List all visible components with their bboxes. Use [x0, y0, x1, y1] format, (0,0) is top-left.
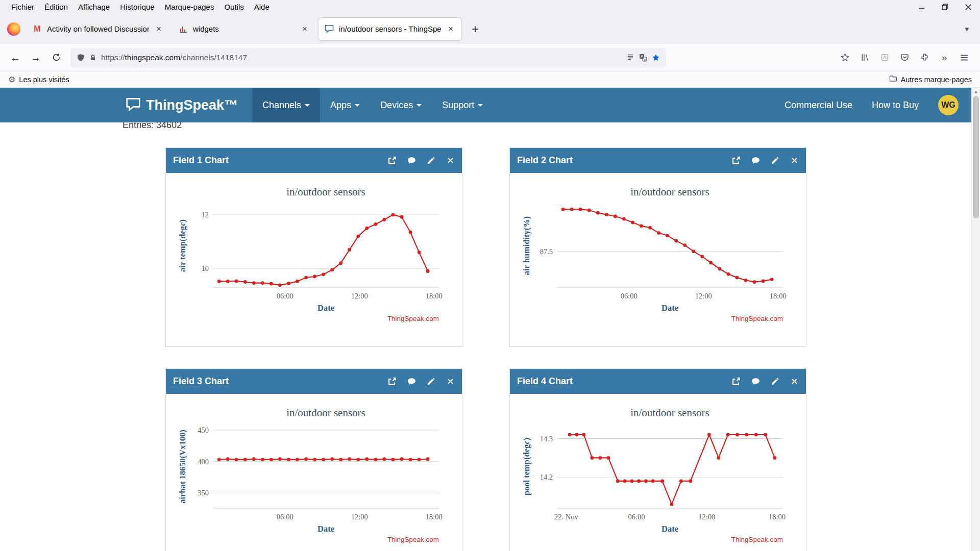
- close-icon[interactable]: [790, 156, 799, 165]
- menu-edition[interactable]: Édition: [39, 3, 73, 11]
- menu-fichier[interactable]: Fichier: [6, 3, 39, 11]
- svg-text:18:00: 18:00: [426, 292, 443, 300]
- comment-icon[interactable]: [751, 377, 760, 386]
- svg-text:pool temp(degc): pool temp(degc): [522, 438, 531, 495]
- menu-aide[interactable]: Aide: [249, 3, 275, 11]
- nav-devices[interactable]: Devices: [370, 88, 432, 122]
- svg-text:airbat 18650(Vx100): airbat 18650(Vx100): [178, 430, 187, 503]
- chart-panel-header: Field 3 Chart: [166, 369, 462, 394]
- thingspeak-logo[interactable]: ThingSpeak™: [126, 97, 238, 113]
- scrollbar-up-icon[interactable]: ▴: [972, 88, 980, 95]
- comment-icon[interactable]: [751, 156, 760, 165]
- new-tab-button[interactable]: +: [464, 22, 486, 36]
- close-icon[interactable]: [446, 377, 455, 386]
- translate-icon[interactable]: Aa: [639, 54, 647, 62]
- menu-icon[interactable]: [959, 53, 970, 62]
- shield-icon[interactable]: [77, 54, 85, 62]
- forward-icon[interactable]: →: [26, 47, 46, 68]
- chart-panel-actions: [732, 156, 799, 165]
- tab-thingspeak[interactable]: in/outdoor sensors - ThingSpea ×: [318, 18, 461, 40]
- tab-close-icon[interactable]: ×: [300, 24, 309, 34]
- url-text[interactable]: https://thingspeak.com/channels/1418147: [101, 53, 622, 62]
- caret-down-icon: [478, 104, 483, 107]
- toolbar-right-icons: »: [839, 52, 975, 63]
- avatar[interactable]: WG: [938, 95, 959, 115]
- line-chart: in/outdoor sensors101206:0012:0018:00air…: [166, 173, 462, 346]
- menu-outils[interactable]: Outils: [219, 3, 249, 11]
- extensions-icon[interactable]: [919, 53, 930, 62]
- comment-icon[interactable]: [407, 377, 416, 386]
- tab-gmail[interactable]: M Activity on followed Discussion ×: [27, 18, 169, 40]
- svg-text:18:00: 18:00: [769, 513, 786, 521]
- edit-icon[interactable]: [771, 377, 779, 386]
- menu-historique[interactable]: Historique: [115, 3, 160, 11]
- svg-text:Date: Date: [317, 524, 334, 534]
- chart-panel-title: Field 1 Chart: [173, 155, 229, 166]
- thingspeak-navbar: ThingSpeak™ Channels Apps Devices Suppor…: [0, 88, 980, 122]
- menu-marque-pages[interactable]: Marque-pages: [160, 3, 219, 11]
- nav-channels[interactable]: Channels: [252, 88, 320, 122]
- chart-body: in/outdoor sensors101206:0012:0018:00air…: [166, 173, 462, 346]
- list-tabs-chevron-icon[interactable]: ▾: [965, 24, 976, 34]
- bookmark-star-icon[interactable]: [652, 54, 660, 62]
- close-icon[interactable]: [957, 0, 980, 14]
- edit-icon[interactable]: [427, 377, 435, 386]
- firefox-view-icon[interactable]: [7, 22, 20, 36]
- library-icon[interactable]: [859, 53, 870, 62]
- svg-text:ThingSpeak.com: ThingSpeak.com: [387, 536, 439, 543]
- chart-body: in/outdoor sensors35040045006:0012:0018:…: [166, 394, 462, 551]
- reader-view-icon[interactable]: [626, 54, 634, 62]
- edit-icon[interactable]: [771, 156, 779, 165]
- url-scheme: https://: [101, 53, 125, 62]
- minimize-icon[interactable]: [910, 0, 933, 14]
- chart-panel-actions: [388, 377, 455, 386]
- highlight-icon[interactable]: [879, 53, 890, 62]
- open-chart-icon[interactable]: [732, 377, 741, 386]
- nav-commercial-use[interactable]: Commercial Use: [785, 100, 852, 111]
- close-icon[interactable]: [446, 156, 455, 165]
- svg-text:ThingSpeak.com: ThingSpeak.com: [387, 315, 439, 322]
- save-star-icon[interactable]: [839, 53, 850, 62]
- lock-icon[interactable]: [89, 54, 96, 61]
- page-content: Entries: 34602 Field 1 Chartin/outdoor s…: [0, 120, 980, 548]
- bookmark-label: Autres marque-pages: [901, 76, 972, 84]
- menu-bar: Fichier Édition Affichage Historique Mar…: [0, 0, 980, 14]
- page-scrollbar[interactable]: ▴: [971, 88, 980, 551]
- open-chart-icon[interactable]: [388, 156, 397, 165]
- close-icon[interactable]: [790, 377, 799, 386]
- svg-text:ThingSpeak.com: ThingSpeak.com: [731, 315, 783, 322]
- site-nav: Channels Apps Devices Support: [252, 88, 493, 122]
- chart-panel-title: Field 4 Chart: [517, 376, 573, 387]
- svg-text:a: a: [644, 57, 646, 61]
- chart-panel: Field 4 Chartin/outdoor sensors14.214.32…: [509, 368, 806, 551]
- svg-text:in/outdoor sensors: in/outdoor sensors: [286, 407, 365, 419]
- svg-text:14.2: 14.2: [540, 473, 553, 481]
- svg-text:12:00: 12:00: [351, 513, 368, 521]
- tab-bar: M Activity on followed Discussion × widg…: [0, 14, 980, 44]
- bookmark-other[interactable]: Autres marque-pages: [889, 74, 972, 84]
- comment-icon[interactable]: [407, 156, 416, 165]
- tab-close-icon[interactable]: ×: [446, 24, 455, 34]
- svg-text:350: 350: [198, 489, 209, 497]
- pocket-icon[interactable]: [899, 53, 910, 62]
- tab-widgets[interactable]: widgets ×: [173, 18, 315, 40]
- overflow-icon[interactable]: »: [939, 52, 950, 63]
- nav-support[interactable]: Support: [432, 88, 493, 122]
- open-chart-icon[interactable]: [732, 156, 741, 165]
- reload-icon[interactable]: [46, 47, 66, 68]
- tab-close-icon[interactable]: ×: [154, 24, 163, 34]
- menu-affichage[interactable]: Affichage: [73, 3, 115, 11]
- url-bar[interactable]: https://thingspeak.com/channels/1418147 …: [70, 47, 666, 68]
- back-icon[interactable]: ←: [5, 47, 26, 68]
- scrollbar-thumb[interactable]: [973, 96, 979, 218]
- nav-apps[interactable]: Apps: [320, 88, 370, 122]
- nav-label: Support: [442, 100, 474, 111]
- gmail-favicon-icon: M: [33, 24, 42, 34]
- edit-icon[interactable]: [427, 156, 435, 165]
- open-chart-icon[interactable]: [388, 377, 397, 386]
- thingspeak-favicon-icon: [325, 24, 334, 34]
- widgets-favicon-icon: [179, 24, 188, 34]
- maximize-icon[interactable]: [933, 0, 957, 14]
- bookmark-most-visited[interactable]: ⚙ Les plus visités: [8, 74, 69, 84]
- nav-how-to-buy[interactable]: How to Buy: [872, 100, 919, 111]
